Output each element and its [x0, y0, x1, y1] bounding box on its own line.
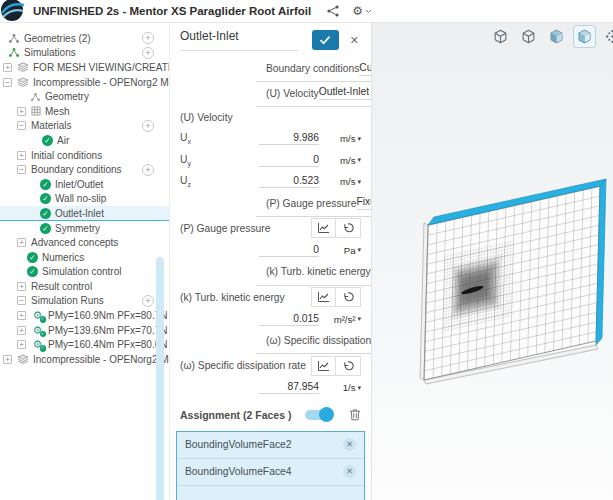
check-icon: ✓	[27, 252, 38, 263]
pan-view-button[interactable]	[601, 25, 613, 48]
unit-select[interactable]: m/s▾	[319, 176, 361, 187]
tree-item-label: Numerics	[42, 252, 169, 263]
expand-icon[interactable]: +	[3, 355, 12, 364]
assigned-face-boundingvolumeface4[interactable]: BoundingVolumeFace4✕	[177, 459, 364, 486]
tree-item-label: Advanced concepts	[31, 237, 169, 248]
assigned-face-boundingvolumeface2[interactable]: BoundingVolumeFace2✕	[177, 432, 364, 459]
reset-value-button[interactable]	[336, 218, 361, 238]
expand-icon[interactable]: +	[17, 107, 26, 116]
tree-item-outlet-inlet[interactable]: ✓Outlet-Inlet	[0, 206, 169, 221]
expand-icon[interactable]: +	[3, 63, 12, 72]
value-input[interactable]: 0	[259, 244, 319, 257]
unit-select[interactable]: m/s▾	[319, 133, 361, 144]
panel-row-specific-dissipation-rate-select: (ω) Specific dissipation rateFixed value	[256, 330, 371, 354]
add-button[interactable]: +	[142, 32, 154, 44]
tree-item-simulation-runs[interactable]: −Simulation Runs+	[0, 294, 169, 309]
simulation-tree: Geometries (2)+Simulations++FOR MESH VIE…	[0, 22, 170, 500]
table-input-button[interactable]	[311, 218, 336, 238]
caret-down-icon: ▾	[357, 246, 361, 254]
tree-item-label: Wall no-slip	[55, 193, 169, 204]
viewport-3d[interactable]	[372, 22, 613, 500]
expand-icon[interactable]: +	[17, 311, 26, 320]
tree-item-simulations[interactable]: Simulations+	[0, 46, 169, 61]
add-button[interactable]: +	[142, 47, 154, 59]
field-label: (P) Gauge pressure	[266, 198, 356, 209]
tree-item-incompressible-openorg2-mentor-r[interactable]: +Incompressible - OPENorg2 Mentor R...	[0, 352, 169, 367]
value-input[interactable]: 9.986	[259, 132, 319, 145]
gear-run-icon: ⚙✓	[31, 339, 44, 351]
remove-face-icon[interactable]: ✕	[343, 465, 356, 478]
dropdown-value: Custom	[359, 62, 372, 73]
tree-item-boundary-conditions[interactable]: −Boundary conditions+	[0, 162, 169, 177]
unit-label: m/s	[340, 176, 355, 187]
value-input[interactable]: 0.523	[259, 175, 319, 188]
tree-item-air[interactable]: ✓Air	[0, 133, 169, 148]
value-input[interactable]: 0.015	[259, 313, 319, 326]
panel-row-u-velocity-label: (U) Velocity	[170, 107, 371, 128]
viewport-toolbar	[489, 25, 613, 48]
tree-item-materials[interactable]: −Materials+	[0, 119, 169, 134]
unit-select[interactable]: m²/s²▾	[319, 314, 361, 325]
settings-menu-button[interactable]: ⚙	[352, 5, 372, 17]
panel-row-k-turb-kinetic-energy-select: (k) Turb. kinetic energyFixed value	[256, 261, 371, 285]
dropdown-u-velocity[interactable]: Outlet-Inlet	[319, 86, 372, 100]
tree-item-geometry[interactable]: Geometry	[0, 89, 169, 104]
field-label: Uy	[180, 154, 191, 167]
tree-item-pmy-139-6nm-pfx-70-7n-3ao[interactable]: +⚙✓PMy=139.6Nm PFx=70.7N 3ao...	[0, 323, 169, 338]
tree-item-advanced-concepts[interactable]: +Advanced concepts	[0, 235, 169, 250]
tree-item-mesh[interactable]: +Mesh	[0, 104, 169, 119]
apply-button[interactable]	[312, 30, 339, 50]
expand-icon[interactable]: +	[17, 238, 26, 247]
dropdown-p-gauge-pressure[interactable]: Fixed value	[356, 196, 372, 210]
tree-item-incompressible-openorg2-mentor-r[interactable]: −Incompressible - OPENorg2 Mentor R...	[0, 75, 169, 90]
table-input-button[interactable]	[311, 287, 336, 307]
reset-value-button[interactable]	[336, 287, 361, 307]
add-button[interactable]: +	[142, 120, 154, 132]
collapse-icon[interactable]: −	[17, 165, 26, 174]
tree-item-result-control[interactable]: +Result control	[0, 279, 169, 294]
reset-value-button[interactable]	[336, 356, 361, 376]
tree-item-numerics[interactable]: ✓Numerics	[0, 250, 169, 265]
tree-item-pmy-160-9nm-pfx-80-7n-3ao[interactable]: +⚙✓PMy=160.9Nm PFx=80.7N 3ao...	[0, 308, 169, 323]
unit-select[interactable]: m/s▾	[319, 155, 361, 166]
add-button[interactable]: +	[142, 295, 154, 307]
unit-select[interactable]: 1/s▾	[319, 382, 361, 393]
add-button[interactable]: +	[142, 164, 154, 176]
tree-item-wall-no-slip[interactable]: ✓Wall no-slip	[0, 192, 169, 207]
value-input[interactable]: 0	[259, 154, 319, 167]
remove-face-icon[interactable]: ✕	[343, 438, 356, 451]
trash-icon[interactable]	[349, 408, 361, 421]
tree-item-initial-conditions[interactable]: +Initial conditions	[0, 148, 169, 163]
iso-view-button[interactable]	[489, 25, 512, 48]
tree-item-label: Simulation control	[42, 266, 169, 277]
unit-select[interactable]: Pa▾	[319, 245, 361, 256]
perspective-view-button[interactable]	[517, 25, 540, 48]
check-icon	[319, 35, 331, 45]
tree-item-label: Mesh	[45, 106, 169, 117]
shaded-view-button[interactable]	[545, 25, 568, 48]
share-icon[interactable]	[327, 5, 339, 17]
tree-item-geometries-2[interactable]: Geometries (2)+	[0, 31, 169, 46]
expand-icon[interactable]: +	[17, 151, 26, 160]
assignment-toggle[interactable]	[305, 410, 331, 420]
tree-item-inlet-outlet[interactable]: ✓Inlet/Outlet	[0, 177, 169, 192]
expand-icon[interactable]: +	[17, 282, 26, 291]
value-input[interactable]: 87.954	[259, 381, 319, 394]
tree-item-pmy-160-4nm-pfx-80-6n-3ao[interactable]: +⚙✓PMy=160.4Nm PFx=80.6N 3ao...	[0, 337, 169, 352]
close-icon[interactable]: ✕	[348, 33, 361, 48]
expand-icon[interactable]: +	[17, 326, 26, 335]
expand-icon[interactable]: +	[17, 340, 26, 349]
caret-down-icon: ▾	[357, 315, 361, 323]
caret-down-icon: ▾	[357, 178, 361, 186]
dropdown-boundary-conditions[interactable]: Custom	[359, 62, 372, 76]
tree-scrollbar[interactable]	[156, 257, 164, 500]
tree-item-symmetry[interactable]: ✓Symmetry	[0, 221, 169, 236]
unit-label: m²/s²	[334, 314, 356, 325]
tree-item-simulation-control[interactable]: ✓Simulation control	[0, 265, 169, 280]
collapse-icon[interactable]: −	[17, 121, 26, 130]
table-input-button[interactable]	[311, 356, 336, 376]
mesh-view-button[interactable]	[573, 25, 596, 48]
collapse-icon[interactable]: −	[17, 296, 26, 305]
tree-item-for-mesh-viewing-creation-on[interactable]: +FOR MESH VIEWING/CREATION ON...	[0, 60, 169, 75]
collapse-icon[interactable]: −	[3, 78, 12, 87]
